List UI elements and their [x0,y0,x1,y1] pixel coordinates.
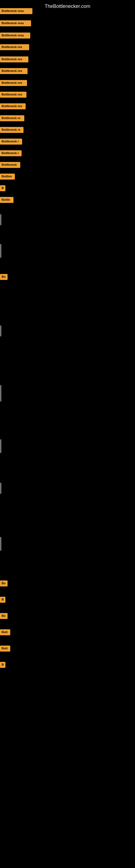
line-mark-line1 [1,214,1,225]
bottleneck-button-btn8[interactable]: Bottleneck res [0,92,27,98]
bottleneck-button-btn20[interactable]: B [0,597,5,603]
bottleneck-button-btn9[interactable]: Bottleneck res [0,103,26,109]
bottleneck-button-btn23[interactable]: Bott [0,646,10,652]
line-mark-line2 [1,244,1,258]
bottleneck-button-btn24[interactable]: B [0,662,5,668]
bottleneck-button-btn6[interactable]: Bottleneck res [0,68,28,74]
bottleneck-button-btn14[interactable]: Bottleneck [0,162,20,168]
bottleneck-button-btn13[interactable]: Bottleneck r [0,150,21,156]
bottleneck-button-btn22[interactable]: Bott [0,629,10,635]
line-mark-line3 [1,326,1,336]
line-mark-line6 [1,483,1,494]
line-mark-line7 [1,537,1,551]
bottleneck-button-btn1[interactable]: Bottleneck resu [0,8,32,14]
line-mark-line4 [1,385,1,401]
bottleneck-button-btn7[interactable]: Bottleneck res [0,80,27,86]
bottleneck-button-btn16[interactable]: B [0,185,5,191]
bottleneck-button-btn21[interactable]: Bo [0,613,8,619]
bottleneck-button-btn15[interactable]: Bottlen [0,174,15,180]
bottleneck-button-btn12[interactable]: Bottleneck r [0,138,22,145]
bottleneck-button-btn11[interactable]: Bottleneck re [0,127,24,133]
bottleneck-button-btn19[interactable]: Bo [0,581,8,586]
bottleneck-button-btn18[interactable]: Bo [0,274,8,280]
bottleneck-button-btn5[interactable]: Bottleneck res [0,56,28,62]
bottleneck-button-btn10[interactable]: Bottleneck re [0,115,24,121]
bottleneck-button-btn3[interactable]: Bottleneck resu [0,33,30,38]
bottleneck-button-btn17[interactable]: Bottle [0,197,13,203]
bottleneck-button-btn2[interactable]: Bottleneck resu [0,20,31,26]
bottleneck-button-btn4[interactable]: Bottleneck res [0,44,29,50]
line-mark-line5 [1,439,1,453]
